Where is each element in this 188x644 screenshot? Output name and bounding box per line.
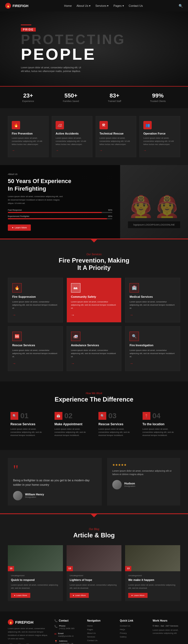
footer-address-item: 📍 Address London Etc, Uk bbox=[54, 640, 82, 644]
read-more-btn-1[interactable]: ● Learn More bbox=[11, 593, 30, 598]
blog-img-1: 13 bbox=[8, 545, 63, 571]
technical-icon: 🛠 bbox=[99, 121, 108, 129]
testimonial-left: " Being a firefighter is as close as you… bbox=[8, 458, 102, 506]
our-services-title: Fire Prevention, MakingIt A Priority bbox=[8, 257, 180, 271]
search-icon[interactable]: 🔍 bbox=[179, 4, 183, 8]
footer-quick-faqs[interactable]: FAQs bbox=[120, 628, 147, 631]
nav-home[interactable]: Home bbox=[64, 4, 72, 7]
nav-services[interactable]: Services ▾ bbox=[95, 4, 109, 8]
footer-nav-pages[interactable]: Pages bbox=[87, 628, 115, 631]
operation-arrow[interactable]: → bbox=[143, 149, 176, 152]
how-we-work-section: How We Work Experience The Difference 🔍 … bbox=[0, 381, 188, 450]
blog-date-1: 13 bbox=[8, 566, 14, 571]
nav-about[interactable]: About Us ▾ bbox=[77, 4, 91, 8]
svc-rescue-services-arrow[interactable]: → bbox=[12, 361, 58, 366]
blog-day-2: 13 bbox=[68, 567, 71, 570]
read-more-icon-1: ● bbox=[14, 594, 15, 597]
stat-families-number: 550+ bbox=[63, 92, 79, 99]
footer-quick-privacy[interactable]: Privacy bbox=[120, 632, 147, 634]
accidents-arrow[interactable]: → bbox=[56, 149, 89, 152]
svc-medical-services-desc: Lorem ipsum dolor sit amet, consectetur … bbox=[130, 300, 176, 310]
footer-address-content: Address London Etc, Uk bbox=[59, 640, 73, 644]
footer-brand-title: 🔥 FIREFIGH bbox=[8, 619, 49, 625]
author-info-right: Hudson Designation bbox=[124, 482, 135, 487]
blog-img-2: 13 bbox=[67, 545, 122, 571]
svc-community-safety-title: Community Safety bbox=[71, 295, 117, 298]
step-location: 📍 04 To the location Lorem ipsum dolor s… bbox=[140, 409, 180, 440]
fire-suppression-icon: 🔥 bbox=[12, 283, 22, 293]
blog-title-3: We make it happen bbox=[128, 578, 177, 582]
step-3-icon: 🔍 bbox=[98, 412, 106, 420]
fire-prevention-icon: 🔥 bbox=[12, 121, 20, 129]
svc-medical-services-arrow[interactable]: → bbox=[130, 313, 176, 317]
testimonial-stars: ★★★★★ bbox=[112, 463, 175, 467]
step-2-wrap: 📅 02 bbox=[55, 412, 90, 420]
footer-nav-about[interactable]: About Us bbox=[87, 632, 115, 634]
svc-ambulance-services-desc: Lorem ipsum dolor sit amet, consectetur … bbox=[71, 349, 117, 358]
navbar: 🔥 FIREFIGH Home About Us ▾ Services ▾ Pa… bbox=[0, 0, 188, 11]
hero-title-faded: PROTECTING bbox=[21, 33, 126, 46]
service-card-fire-prevention: 🔥 Fire Prevention Lorem ipsum dolor sit … bbox=[8, 116, 49, 157]
learn-more-button[interactable]: ● Learn More bbox=[8, 224, 31, 231]
fire-prevention-arrow[interactable]: → bbox=[12, 149, 45, 152]
navbar-logo[interactable]: 🔥 FIREFIGH bbox=[5, 3, 28, 9]
fire-investigation-icon: 🔍 bbox=[130, 332, 139, 341]
author-avatar-right bbox=[112, 480, 122, 489]
service-fire-prevention-title: Fire Prevention bbox=[12, 132, 45, 135]
footer-nav-contact[interactable]: Contact Us bbox=[87, 639, 115, 642]
svc-fire-suppression-arrow[interactable]: → bbox=[12, 313, 58, 317]
nav-contact[interactable]: Contact Us bbox=[129, 4, 143, 7]
community-safety-icon: 🏘 bbox=[71, 283, 80, 293]
stat-clients-label: Trusted Clients bbox=[150, 100, 166, 102]
technical-arrow[interactable]: → bbox=[99, 149, 132, 152]
footer-nav-services[interactable]: Services bbox=[87, 636, 115, 638]
step-1-wrap: 🔍 01 bbox=[10, 412, 46, 420]
partner-logos: logoipsum LOGOIPSUM LOGOONLINE bbox=[128, 221, 180, 228]
blog-card-2: 13 Uncategorized Lighters of hope Lorem … bbox=[67, 545, 122, 601]
read-more-btn-3[interactable]: ● Learn More bbox=[128, 593, 148, 598]
testimonial-left-author: William Henry Designation bbox=[13, 491, 97, 500]
step-1-desc: Lorem ipsum dolor sit amet, consectetur … bbox=[10, 428, 46, 437]
svc-fire-suppression: 🔥 Fire Suppression Lorem ipsum dolor sit… bbox=[8, 278, 63, 323]
footer-logo-icon: 🔥 bbox=[8, 619, 14, 625]
service-technical-desc: Lorem ipsum dolor sit amet, consectetur … bbox=[99, 137, 132, 146]
step-appointment: 📅 02 Make Appointment Lorem ipsum dolor … bbox=[52, 409, 92, 440]
step-2-desc: Lorem ipsum dolor sit amet, consectetur … bbox=[55, 428, 90, 437]
firefighter-fill bbox=[8, 218, 107, 219]
svc-community-safety: 🏘 Community Safety Lorem ipsum dolor sit… bbox=[67, 278, 122, 323]
step-3-title: Rescue Services bbox=[98, 422, 134, 426]
svc-rescue-services: 🆘 Rescue Services Lorem ipsum dolor sit … bbox=[8, 326, 63, 371]
svc-rescue-services-desc: Lorem ipsum dolor sit amet, consectetur … bbox=[12, 349, 58, 358]
svc-fire-suppression-title: Fire Suppression bbox=[12, 295, 58, 298]
stat-families-label: Families Saved bbox=[63, 100, 79, 102]
firefighter-label: Experienced Firefighter 95% bbox=[8, 215, 112, 217]
svc-fire-investigation-arrow[interactable]: → bbox=[130, 361, 176, 366]
blog-title: Article & Blog bbox=[8, 532, 180, 539]
footer-quick-gallery[interactable]: Gallery bbox=[120, 636, 147, 638]
testimonial-right: ★★★★★ Lorem ipsum dolor sit amet, consec… bbox=[107, 458, 180, 506]
footer-quick-title: Quick Link bbox=[120, 619, 147, 622]
blog-category-3: Uncategorized bbox=[128, 574, 177, 577]
about-description: Lorem ipsum dolor sit amet, consectetur … bbox=[8, 195, 65, 205]
svc-ambulance-services-arrow[interactable]: → bbox=[71, 361, 117, 366]
firefighter-bar bbox=[8, 218, 112, 219]
hero-section: PRIDE PROTECTING PEOPLE Lorem ipsum dolo… bbox=[0, 11, 188, 86]
step-rescue-2: 🔍 03 Rescue Services Lorem ipsum dolor s… bbox=[96, 409, 136, 440]
stat-staff-number: 83+ bbox=[108, 92, 121, 99]
svc-community-safety-arrow[interactable]: → bbox=[71, 313, 117, 317]
read-more-btn-2[interactable]: ● Learn More bbox=[70, 593, 89, 598]
testimonials-section: " Being a firefighter is as close as you… bbox=[0, 450, 188, 513]
stat-staff-label: Trained Staff bbox=[108, 100, 121, 102]
hero-pride-badge: PRIDE bbox=[21, 28, 36, 32]
footer-nav-home[interactable]: Home bbox=[87, 625, 115, 627]
nav-pages[interactable]: Pages ▾ bbox=[113, 4, 124, 8]
footer-brand-desc: Lorem ipsum dolor sit amet, consectetur … bbox=[8, 627, 49, 640]
phone-label: Phone bbox=[59, 625, 74, 627]
fast-response-fill bbox=[8, 212, 102, 213]
footer-quick-contact[interactable]: Contact Us bbox=[120, 625, 147, 627]
stats-bar: 23+ Experience 550+ Families Saved 83+ T… bbox=[0, 86, 188, 108]
footer-address: London Etc, Uk bbox=[59, 642, 73, 644]
step-3-wrap: 🔍 03 bbox=[98, 412, 134, 420]
author-designation-left: Designation bbox=[25, 496, 44, 498]
svc-fire-investigation-title: Fire Investigation bbox=[130, 344, 176, 347]
